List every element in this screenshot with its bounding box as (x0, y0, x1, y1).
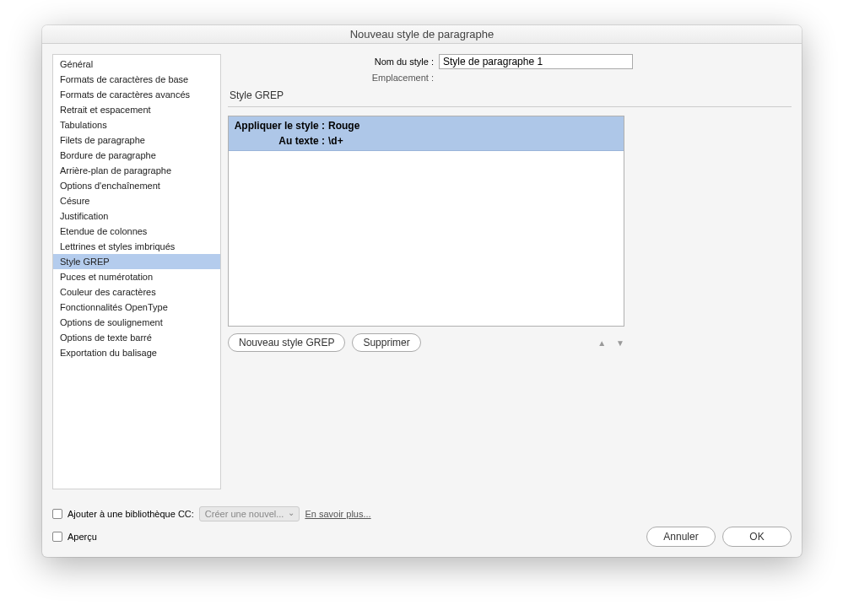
location-row: Emplacement : (228, 73, 792, 83)
sidebar-item-advanced-char[interactable]: Formats de caractères avancés (53, 87, 220, 102)
reorder-arrows: ▲ ▼ (597, 338, 624, 348)
sidebar-item-strikethrough[interactable]: Options de texte barré (53, 330, 220, 345)
cc-library-label: Ajouter à une bibliothèque CC: (68, 509, 194, 519)
cc-library-row: Ajouter à une bibliothèque CC: Créer une… (52, 506, 792, 521)
upper-section: Général Formats de caractères de base Fo… (52, 54, 792, 489)
grep-text-row: Au texte : \d+ (229, 133, 624, 149)
style-name-label: Nom du style : (228, 57, 439, 67)
preview-checkbox[interactable] (52, 532, 62, 542)
grep-controls: Nouveau style GREP Supprimer ▲ ▼ (228, 333, 624, 352)
sidebar-item-hyphenation[interactable]: Césure (53, 193, 220, 208)
panel-section-title: Style GREP (228, 89, 792, 101)
main-panel: Nom du style : Emplacement : Style GREP … (228, 54, 792, 489)
sidebar-item-general[interactable]: Général (53, 57, 220, 72)
sidebar-item-underline[interactable]: Options de soulignement (53, 315, 220, 330)
grep-text-value[interactable]: \d+ (328, 135, 343, 147)
sidebar-item-span-columns[interactable]: Etendue de colonnes (53, 224, 220, 239)
ok-button[interactable]: OK (722, 527, 792, 547)
bottom-row: Aperçu Annuler OK (52, 527, 792, 547)
preview-group: Aperçu (52, 532, 97, 542)
paragraph-style-dialog: Nouveau style de paragraphe Général Form… (42, 25, 802, 557)
sidebar-item-tabs[interactable]: Tabulations (53, 117, 220, 132)
location-label: Emplacement : (228, 73, 439, 83)
move-down-icon[interactable]: ▼ (616, 338, 624, 348)
dialog-content: Général Formats de caractères de base Fo… (42, 44, 802, 557)
grep-text-label: Au texte : (234, 135, 328, 147)
grep-style-list[interactable]: Appliquer le style : Rouge Au texte : \d… (228, 116, 624, 327)
delete-grep-style-button[interactable]: Supprimer (352, 333, 420, 352)
cc-library-checkbox[interactable] (52, 509, 62, 519)
footer-section: Ajouter à une bibliothèque CC: Créer une… (52, 489, 792, 547)
sidebar-item-indent-spacing[interactable]: Retrait et espacement (53, 102, 220, 117)
panel-divider (228, 106, 792, 107)
sidebar-item-export-tagging[interactable]: Exportation du balisage (53, 345, 220, 360)
sidebar-item-keep-options[interactable]: Options d'enchaînement (53, 178, 220, 193)
sidebar-item-basic-char[interactable]: Formats de caractères de base (53, 72, 220, 87)
sidebar-item-paragraph-border[interactable]: Bordure de paragraphe (53, 148, 220, 163)
learn-more-link[interactable]: En savoir plus... (305, 509, 370, 519)
sidebar-item-justification[interactable]: Justification (53, 208, 220, 224)
dialog-title: Nouveau style de paragraphe (42, 25, 802, 44)
sidebar-item-drop-caps[interactable]: Lettrines et styles imbriqués (53, 239, 220, 254)
grep-apply-label: Appliquer le style : (234, 120, 328, 132)
grep-apply-value[interactable]: Rouge (328, 120, 359, 132)
style-name-row: Nom du style : (228, 54, 792, 69)
move-up-icon[interactable]: ▲ (597, 338, 606, 348)
sidebar-item-paragraph-bg[interactable]: Arrière-plan de paragraphe (53, 163, 220, 178)
new-grep-style-button[interactable]: Nouveau style GREP (228, 333, 345, 352)
style-name-input[interactable] (439, 54, 633, 69)
cc-library-select[interactable]: Créer une nouvel... (199, 506, 300, 521)
sidebar-item-opentype[interactable]: Fonctionnalités OpenType (53, 300, 220, 315)
preview-label: Aperçu (68, 532, 97, 542)
grep-apply-row: Appliquer le style : Rouge (229, 118, 624, 133)
sidebar-item-char-color[interactable]: Couleur des caractères (53, 284, 220, 300)
sidebar-item-paragraph-rules[interactable]: Filets de paragraphe (53, 132, 220, 148)
grep-style-entry[interactable]: Appliquer le style : Rouge Au texte : \d… (229, 116, 624, 151)
dialog-buttons: Annuler OK (646, 527, 792, 547)
cancel-button[interactable]: Annuler (646, 527, 716, 547)
sidebar: Général Formats de caractères de base Fo… (52, 54, 221, 489)
sidebar-item-bullets[interactable]: Puces et numérotation (53, 269, 220, 284)
sidebar-item-grep-style[interactable]: Style GREP (53, 254, 220, 269)
